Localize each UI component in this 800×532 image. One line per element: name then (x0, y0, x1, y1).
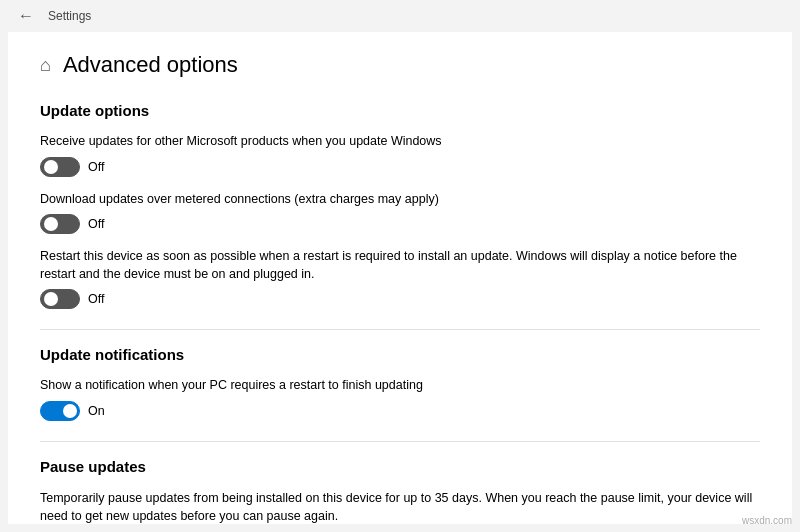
update-options-section: Update options Receive updates for other… (40, 102, 760, 309)
content-area: ⌂ Advanced options Update options Receiv… (8, 32, 792, 524)
update-options-title: Update options (40, 102, 760, 119)
watermark: wsxdn.com (742, 515, 792, 526)
toggle-label-0: Off (88, 160, 104, 174)
toggle-row-1: Off (40, 214, 760, 234)
toggle-0[interactable] (40, 157, 80, 177)
topbar-title: Settings (48, 9, 91, 23)
setting-item-0: Receive updates for other Microsoft prod… (40, 133, 760, 177)
toggle-notification[interactable] (40, 401, 80, 421)
toggle-row-2: Off (40, 289, 760, 309)
toggle-label-notification: On (88, 404, 105, 418)
update-notifications-title: Update notifications (40, 346, 760, 363)
toggle-1[interactable] (40, 214, 80, 234)
toggle-row-notification: On (40, 401, 760, 421)
update-notifications-section: Update notifications Show a notification… (40, 346, 760, 421)
page-header: ⌂ Advanced options (40, 52, 760, 78)
setting-item-1: Download updates over metered connection… (40, 191, 760, 235)
toggle-label-1: Off (88, 217, 104, 231)
pause-updates-title: Pause updates (40, 458, 760, 475)
divider-1 (40, 329, 760, 330)
setting-item-2: Restart this device as soon as possible … (40, 248, 760, 309)
back-icon: ← (18, 7, 34, 25)
pause-description: Temporarily pause updates from being ins… (40, 489, 760, 525)
toggle-label-2: Off (88, 292, 104, 306)
pause-updates-section: Pause updates Temporarily pause updates … (40, 458, 760, 525)
setting-label-0: Receive updates for other Microsoft prod… (40, 133, 760, 151)
page-title: Advanced options (63, 52, 238, 78)
setting-label-1: Download updates over metered connection… (40, 191, 760, 209)
toggle-row-0: Off (40, 157, 760, 177)
toggle-2[interactable] (40, 289, 80, 309)
setting-item-notification: Show a notification when your PC require… (40, 377, 760, 421)
setting-label-notification: Show a notification when your PC require… (40, 377, 760, 395)
top-bar: ← Settings (0, 0, 800, 32)
home-icon[interactable]: ⌂ (40, 55, 51, 76)
divider-2 (40, 441, 760, 442)
setting-label-2: Restart this device as soon as possible … (40, 248, 760, 283)
back-button[interactable]: ← (12, 2, 40, 30)
